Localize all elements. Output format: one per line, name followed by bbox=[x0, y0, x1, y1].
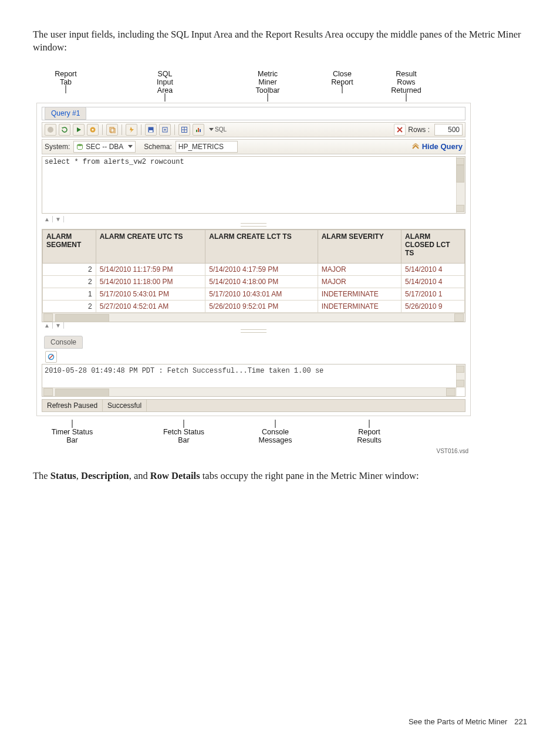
table-cell: 5/17/2010 5:43:01 PM bbox=[96, 288, 205, 300]
system-select[interactable]: SEC -- DBA bbox=[73, 141, 136, 153]
table-cell: 5/26/2010 9:52:01 PM bbox=[205, 300, 318, 312]
svg-rect-11 bbox=[111, 129, 115, 133]
svg-point-9 bbox=[92, 129, 93, 130]
save-icon[interactable] bbox=[145, 124, 157, 136]
page-footer: See the Parts of Metric Miner221 bbox=[409, 717, 527, 726]
tab-console[interactable]: Console bbox=[44, 336, 83, 349]
timer-status: Refresh Paused bbox=[42, 400, 103, 411]
flash-icon[interactable] bbox=[126, 124, 137, 136]
scroll-down-icon[interactable] bbox=[456, 205, 464, 212]
chevron-down-icon bbox=[128, 145, 133, 148]
gear-icon[interactable] bbox=[87, 124, 99, 136]
export-icon[interactable] bbox=[159, 124, 171, 136]
tab-down[interactable]: ▼ bbox=[53, 216, 64, 222]
scroll-up-icon[interactable] bbox=[456, 158, 464, 165]
svg-marker-7 bbox=[77, 127, 81, 132]
sql-text: select * from alerts_vw2 rowcount bbox=[45, 158, 184, 166]
results-grid: ALARM SEGMENT ALARM CREATE UTC TS ALARM … bbox=[42, 229, 465, 322]
scrollbar-horizontal[interactable] bbox=[42, 387, 457, 396]
splitter-handle[interactable] bbox=[42, 222, 465, 228]
grid-icon[interactable] bbox=[178, 124, 190, 136]
scrollbar-vertical[interactable] bbox=[456, 364, 465, 388]
table-cell: 5/17/2010 1 bbox=[401, 288, 464, 300]
callout-report-tab: Report Tab bbox=[38, 70, 94, 102]
column-header[interactable]: ALARM CLOSED LCT TS bbox=[401, 229, 464, 263]
schema-label: Schema: bbox=[144, 143, 171, 151]
small-tabs: ▲▼ bbox=[42, 322, 465, 329]
svg-rect-14 bbox=[149, 130, 153, 132]
scroll-thumb[interactable] bbox=[456, 165, 464, 183]
column-header[interactable]: ALARM SEVERITY bbox=[318, 229, 401, 263]
table-row[interactable]: 15/17/2010 5:43:01 PM5/17/2010 10:43:01 … bbox=[43, 288, 465, 300]
tab-up[interactable]: ▲ bbox=[42, 322, 53, 329]
svg-rect-19 bbox=[196, 130, 197, 132]
status-bar: Refresh Paused Successful bbox=[42, 399, 465, 412]
small-tabs: ▲▼ bbox=[42, 216, 465, 222]
table-cell: 5/14/2010 11:17:59 PM bbox=[96, 263, 205, 275]
refresh-icon[interactable] bbox=[59, 124, 70, 136]
tab-query1[interactable]: Query #1 bbox=[45, 107, 86, 120]
scroll-up-icon[interactable] bbox=[456, 366, 464, 373]
column-header[interactable]: ALARM SEGMENT bbox=[43, 229, 96, 263]
scrollbar-horizontal[interactable] bbox=[42, 313, 465, 322]
fetch-status: Successful bbox=[103, 400, 147, 411]
table-cell: 5/26/2010 9 bbox=[401, 300, 464, 312]
table-cell: 5/14/2010 4 bbox=[401, 275, 464, 288]
tab-down[interactable]: ▼ bbox=[53, 322, 64, 329]
table-cell: INDETERMINATE bbox=[318, 300, 401, 312]
scroll-thumb[interactable] bbox=[55, 389, 109, 397]
table-cell: 5/14/2010 11:18:00 PM bbox=[96, 275, 205, 288]
table-row[interactable]: 25/27/2010 4:52:01 AM5/26/2010 9:52:01 P… bbox=[43, 300, 465, 312]
toolbar-separator bbox=[141, 124, 141, 135]
stop-icon[interactable] bbox=[45, 124, 56, 136]
sql-input-area[interactable]: select * from alerts_vw2 rowcount bbox=[42, 156, 465, 214]
scrollbar-vertical[interactable] bbox=[456, 157, 465, 213]
table-cell: 5/17/2010 10:43:01 AM bbox=[205, 288, 318, 300]
bottom-callouts: Timer Status Bar Fetch Status Bar Consol… bbox=[36, 421, 471, 444]
hide-query-button[interactable]: Hide Query bbox=[411, 142, 463, 151]
column-header[interactable]: ALARM CREATE UTC TS bbox=[96, 229, 205, 263]
copy-icon[interactable] bbox=[106, 124, 118, 136]
table-cell: MAJOR bbox=[318, 275, 401, 288]
scroll-left-icon[interactable] bbox=[43, 388, 53, 396]
toolbar-separator bbox=[102, 124, 103, 135]
table-row[interactable]: 25/14/2010 11:18:00 PM5/14/2010 4:18:00 … bbox=[43, 275, 465, 288]
scroll-left-icon[interactable] bbox=[43, 313, 53, 322]
rows-value-field[interactable]: 500 bbox=[434, 124, 463, 136]
schema-field[interactable]: HP_METRICS bbox=[176, 141, 238, 153]
chevron-down-icon[interactable] bbox=[209, 128, 214, 131]
table-cell: 5/14/2010 4:18:00 PM bbox=[205, 275, 318, 288]
scroll-right-icon[interactable] bbox=[446, 388, 456, 396]
callout-close-report: Close Report bbox=[317, 70, 367, 102]
table-cell: 5/14/2010 4 bbox=[401, 263, 464, 275]
svg-point-5 bbox=[48, 127, 53, 133]
chart-icon[interactable] bbox=[193, 124, 204, 136]
sql-label: SQL bbox=[215, 126, 227, 133]
intro-paragraph: The user input fields, including the SQL… bbox=[33, 28, 527, 55]
chevron-up-icon bbox=[411, 143, 420, 150]
callout-metric-toolbar: Metric Miner Toolbar bbox=[227, 70, 309, 102]
database-icon bbox=[76, 143, 83, 150]
clear-console-icon[interactable] bbox=[45, 351, 57, 363]
report-tabs: Query #1 bbox=[42, 107, 465, 120]
column-header[interactable]: ALARM CREATE LCT TS bbox=[205, 229, 318, 263]
scroll-down-icon[interactable] bbox=[456, 380, 464, 387]
close-report-button[interactable] bbox=[394, 124, 406, 136]
table-row[interactable]: 25/14/2010 11:17:59 PM5/14/2010 4:17:59 … bbox=[43, 263, 465, 275]
play-icon[interactable] bbox=[73, 124, 85, 136]
scroll-right-icon[interactable] bbox=[454, 313, 464, 322]
top-callouts: Report Tab SQL Input Area Metric Miner T… bbox=[36, 70, 471, 102]
splitter-handle[interactable] bbox=[42, 329, 465, 334]
scroll-thumb[interactable] bbox=[55, 314, 109, 322]
figure-filename: VST016.vsd bbox=[36, 448, 468, 454]
app-window: Query #1 SQL bbox=[36, 103, 471, 416]
tab-up[interactable]: ▲ bbox=[42, 216, 53, 222]
console-output: 2010-05-28 01:49:48 PM PDT : Fetch Succe… bbox=[42, 364, 465, 397]
callout-timer-status: Timer Status Bar bbox=[40, 421, 104, 444]
table-cell: 2 bbox=[43, 275, 96, 288]
table-cell: 5/14/2010 4:17:59 PM bbox=[205, 263, 318, 275]
metric-miner-toolbar: SQL Rows : 500 bbox=[42, 122, 465, 137]
console-tabs: Console bbox=[42, 336, 465, 349]
table-cell: 2 bbox=[43, 300, 96, 312]
svg-marker-12 bbox=[130, 127, 134, 133]
